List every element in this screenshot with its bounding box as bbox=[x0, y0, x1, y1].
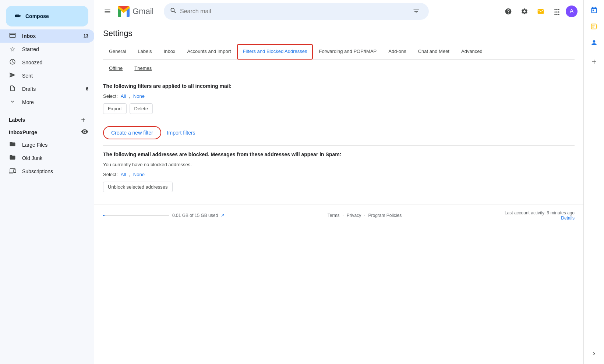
more-label: More bbox=[22, 99, 34, 105]
blocked-divider bbox=[103, 145, 575, 146]
tab-labels[interactable]: Labels bbox=[132, 44, 158, 60]
settings-page: Settings General Labels Inbox Accounts a… bbox=[94, 23, 583, 204]
main-content: Gmail A bbox=[94, 0, 583, 364]
add-label-button[interactable]: + bbox=[78, 115, 88, 125]
snooze-icon bbox=[9, 58, 16, 67]
filters-select-row: Select: All, None bbox=[103, 93, 575, 99]
search-filter-button[interactable] bbox=[410, 5, 423, 18]
folder-icon bbox=[9, 141, 16, 149]
old-junk-label: Old Junk bbox=[22, 155, 42, 161]
create-filter-area: Create a new filter Import filters bbox=[103, 126, 575, 139]
blocked-btn-row: Unblock selected addresses bbox=[103, 182, 575, 192]
starred-label: Starred bbox=[22, 46, 39, 52]
filters-btn-row: Export Delete bbox=[103, 103, 575, 114]
sidebar: ✏ Compose Inbox 13 ☆ Starred Snoozed bbox=[0, 0, 94, 364]
menu-button[interactable] bbox=[100, 4, 115, 19]
sidebar-item-snoozed[interactable]: Snoozed bbox=[0, 56, 94, 69]
expand-panel-button[interactable] bbox=[587, 346, 601, 361]
policies-link[interactable]: Program Policies bbox=[368, 213, 402, 218]
eye-icon[interactable] bbox=[81, 128, 88, 137]
footer: 0.01 GB of 15 GB used ↗ Terms · Privacy … bbox=[94, 204, 583, 226]
subtabs: Offline Themes bbox=[103, 60, 575, 77]
filters-select-none[interactable]: None bbox=[133, 93, 145, 99]
tab-addons[interactable]: Add-ons bbox=[382, 44, 412, 60]
add-app-button[interactable] bbox=[587, 54, 601, 69]
sidebar-item-old-junk[interactable]: Old Junk bbox=[0, 151, 94, 165]
folder-icon-2 bbox=[9, 154, 16, 163]
right-panel bbox=[583, 0, 604, 364]
large-files-label: Large Files bbox=[22, 142, 47, 148]
details-link[interactable]: Details bbox=[561, 215, 575, 221]
labels-section-header: Labels + bbox=[0, 109, 94, 126]
storage-link-icon[interactable]: ↗ bbox=[221, 213, 225, 218]
tab-filters[interactable]: Filters and Blocked Addresses bbox=[237, 44, 313, 60]
blocked-select-none[interactable]: None bbox=[133, 172, 145, 177]
subtab-themes[interactable]: Themes bbox=[128, 63, 158, 74]
tab-advanced[interactable]: Advanced bbox=[455, 44, 488, 60]
tab-inbox[interactable]: Inbox bbox=[158, 44, 181, 60]
topbar: Gmail A bbox=[94, 0, 583, 23]
sidebar-item-inbox[interactable]: Inbox 13 bbox=[0, 29, 94, 43]
drafts-icon bbox=[9, 85, 16, 93]
filters-select-label: Select: bbox=[103, 93, 118, 99]
activity-text: Last account activity: 9 minutes ago bbox=[505, 210, 575, 215]
inboxpurge-label: InboxPurge bbox=[9, 129, 81, 135]
blocked-select-all[interactable]: All bbox=[121, 172, 126, 177]
grid-button[interactable] bbox=[550, 4, 564, 19]
tab-general[interactable]: General bbox=[103, 44, 132, 60]
filters-select-all[interactable]: All bbox=[121, 93, 126, 99]
blocked-select-label: Select: bbox=[103, 172, 118, 177]
settings-title: Settings bbox=[103, 29, 575, 38]
topbar-right: A bbox=[501, 4, 577, 19]
notification-button[interactable] bbox=[533, 4, 548, 19]
sidebar-item-subscriptions[interactable]: Subscriptions bbox=[0, 165, 94, 178]
privacy-link[interactable]: Privacy bbox=[347, 213, 361, 218]
send-icon bbox=[9, 72, 16, 80]
storage-fill bbox=[103, 215, 105, 216]
import-filters-link[interactable]: Import filters bbox=[167, 130, 195, 136]
labels-heading: Labels bbox=[9, 117, 25, 123]
subscriptions-icon bbox=[9, 167, 16, 176]
avatar[interactable]: A bbox=[566, 6, 577, 17]
snoozed-label: Snoozed bbox=[22, 60, 42, 65]
inbox-label: Inbox bbox=[22, 33, 36, 39]
tab-chat[interactable]: Chat and Meet bbox=[412, 44, 455, 60]
no-blocked-text: You currently have no blocked addresses. bbox=[103, 162, 575, 167]
delete-button[interactable]: Delete bbox=[130, 103, 153, 114]
star-icon: ☆ bbox=[9, 45, 16, 53]
blocked-select-row: Select: All, None bbox=[103, 172, 575, 177]
search-input[interactable] bbox=[180, 8, 407, 15]
compose-icon: ✏ bbox=[15, 12, 21, 21]
unblock-button[interactable]: Unblock selected addresses bbox=[103, 182, 173, 192]
contacts-icon[interactable] bbox=[587, 35, 601, 50]
filters-heading: The following filters are applied to all… bbox=[103, 83, 575, 89]
tasks-icon[interactable] bbox=[587, 19, 601, 34]
sidebar-item-more[interactable]: More bbox=[0, 96, 94, 109]
tab-forwarding[interactable]: Forwarding and POP/IMAP bbox=[313, 44, 382, 60]
calendar-icon[interactable] bbox=[587, 3, 601, 18]
sidebar-item-large-files[interactable]: Large Files bbox=[0, 138, 94, 151]
compose-button[interactable]: ✏ Compose bbox=[6, 6, 88, 26]
gmail-logo[interactable]: Gmail bbox=[118, 4, 158, 19]
content-area: Settings General Labels Inbox Accounts a… bbox=[94, 23, 583, 364]
settings-button[interactable] bbox=[517, 4, 532, 19]
terms-link[interactable]: Terms bbox=[328, 213, 340, 218]
footer-links: Terms · Privacy · Program Policies bbox=[328, 213, 402, 218]
subscriptions-label: Subscriptions bbox=[22, 168, 53, 174]
blocked-heading: The following email addresses are blocke… bbox=[103, 151, 575, 157]
drafts-label: Drafts bbox=[22, 86, 36, 92]
sidebar-item-sent[interactable]: Sent bbox=[0, 69, 94, 82]
search-icon bbox=[170, 7, 177, 16]
svg-rect-1 bbox=[538, 9, 544, 14]
tab-accounts[interactable]: Accounts and Import bbox=[181, 44, 237, 60]
storage-bar bbox=[103, 215, 169, 216]
sidebar-item-drafts[interactable]: Drafts 6 bbox=[0, 82, 94, 96]
sidebar-nav: Inbox 13 ☆ Starred Snoozed Sent Dra bbox=[0, 29, 94, 109]
subtab-offline[interactable]: Offline bbox=[103, 63, 128, 74]
export-button[interactable]: Export bbox=[103, 103, 127, 114]
help-button[interactable] bbox=[501, 4, 516, 19]
search-bar bbox=[164, 3, 429, 20]
sidebar-item-starred[interactable]: ☆ Starred bbox=[0, 43, 94, 56]
create-filter-button[interactable]: Create a new filter bbox=[103, 126, 161, 139]
inbox-count: 13 bbox=[84, 33, 88, 39]
